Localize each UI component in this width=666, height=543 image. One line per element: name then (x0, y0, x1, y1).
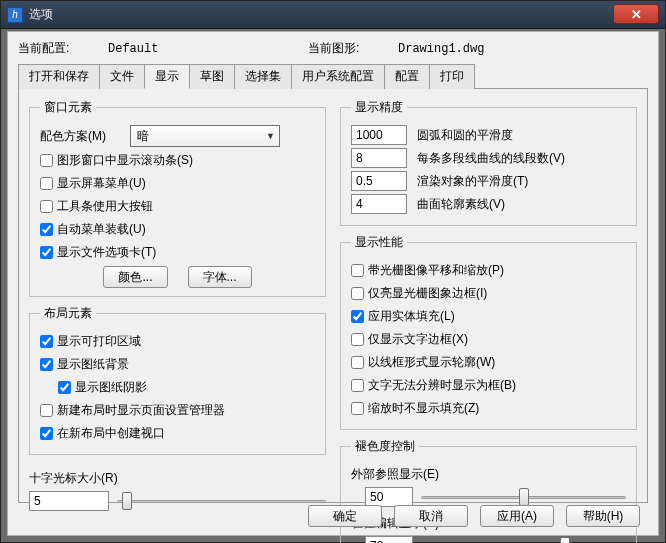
tab-drafting[interactable]: 草图 (189, 64, 235, 89)
color-scheme-value: 暗 (137, 128, 149, 145)
slider-track (117, 500, 326, 503)
group-fade-control: 褪色度控制 外部参照显示(E) 在位编辑显示(Y) (340, 438, 637, 543)
lbl-print-area: 显示可打印区域 (57, 333, 141, 350)
ok-button[interactable]: 确定 (308, 505, 382, 527)
render-smooth-label: 渲染对象的平滑度(T) (417, 173, 626, 190)
tab-files[interactable]: 文件 (99, 64, 145, 89)
chk-highlight-frame[interactable] (351, 287, 364, 300)
client-area: 当前配置: Default 当前图形: Drawing1.dwg 打开和保存 文… (7, 31, 659, 536)
left-column: 窗口元素 配色方案(M) 暗 ▼ 图形窗口中显示滚动条(S) 显示屏幕菜单(U)… (29, 99, 326, 494)
chk-viewport[interactable] (40, 427, 53, 440)
lbl-big-buttons: 工具条使用大按钮 (57, 198, 153, 215)
titlebar: h 选项 ✕ (1, 1, 665, 29)
xref-fade-slider[interactable] (421, 488, 626, 506)
crosshair-label: 十字光标大小(R) (29, 468, 326, 488)
lbl-scrollbars: 图形窗口中显示滚动条(S) (57, 152, 193, 169)
chk-file-tabs[interactable] (40, 246, 53, 259)
group-display-performance: 显示性能 带光栅图像平移和缩放(P) 仅亮显光栅图象边框(I) 应用实体填充(L… (340, 234, 637, 430)
lbl-zoom-no-fill: 缩放时不显示填充(Z) (368, 400, 479, 417)
slider-thumb[interactable] (560, 537, 570, 543)
lbl-wire-silh: 以线框形式显示轮廓(W) (368, 354, 495, 371)
group-layout-legend: 布局元素 (40, 305, 96, 322)
chk-big-buttons[interactable] (40, 200, 53, 213)
lbl-auto-menu: 自动菜单装载(U) (57, 221, 146, 238)
chk-scrollbars[interactable] (40, 154, 53, 167)
lbl-text-frame: 仅显示文字边框(X) (368, 331, 468, 348)
dialog-buttons: 确定 取消 应用(A) 帮助(H) (8, 505, 658, 527)
chk-text-frame[interactable] (351, 333, 364, 346)
tab-user-pref[interactable]: 用户系统配置 (291, 64, 385, 89)
lbl-page-setup: 新建布局时显示页面设置管理器 (57, 402, 225, 419)
chk-text-box[interactable] (351, 379, 364, 392)
group-fade-legend: 褪色度控制 (351, 438, 419, 455)
group-window-legend: 窗口元素 (40, 99, 96, 116)
lbl-paper-bg: 显示图纸背景 (57, 356, 129, 373)
slider-thumb[interactable] (519, 488, 529, 506)
chk-solid-fill[interactable] (351, 310, 364, 323)
pline-seg-input[interactable] (351, 148, 407, 168)
color-scheme-combo[interactable]: 暗 ▼ (130, 125, 280, 147)
color-scheme-label: 配色方案(M) (40, 128, 130, 145)
chk-auto-menu[interactable] (40, 223, 53, 236)
chk-raster-pan[interactable] (351, 264, 364, 277)
current-config-label: 当前配置: (18, 40, 108, 57)
lbl-solid-fill: 应用实体填充(L) (368, 308, 455, 325)
chk-paper-bg[interactable] (40, 358, 53, 371)
chk-page-setup[interactable] (40, 404, 53, 417)
options-window: h 选项 ✕ 当前配置: Default 当前图形: Drawing1.dwg … (0, 0, 666, 543)
group-perf-legend: 显示性能 (351, 234, 407, 251)
chevron-down-icon: ▼ (266, 131, 275, 141)
tab-plot[interactable]: 打印 (429, 64, 475, 89)
lbl-screen-menu: 显示屏幕菜单(U) (57, 175, 146, 192)
fonts-button[interactable]: 字体... (188, 266, 252, 288)
lbl-highlight-frame: 仅亮显光栅图象边框(I) (368, 285, 487, 302)
right-column: 显示精度 圆弧和圆的平滑度 每条多段线曲线的线段数(V) 渲染对象的平滑度(T)… (340, 99, 637, 494)
window-title: 选项 (29, 6, 665, 23)
xref-fade-input[interactable] (365, 487, 413, 507)
chk-paper-shadow[interactable] (58, 381, 71, 394)
chk-print-area[interactable] (40, 335, 53, 348)
tab-profiles[interactable]: 配置 (384, 64, 430, 89)
surface-lines-label: 曲面轮廓素线(V) (417, 196, 626, 213)
arc-smooth-label: 圆弧和圆的平滑度 (417, 127, 626, 144)
tab-open-save[interactable]: 打开和保存 (18, 64, 100, 89)
lbl-raster-pan: 带光栅图像平移和缩放(P) (368, 262, 504, 279)
tab-panel-display: 窗口元素 配色方案(M) 暗 ▼ 图形窗口中显示滚动条(S) 显示屏幕菜单(U)… (18, 89, 648, 503)
colors-button[interactable]: 颜色... (103, 266, 167, 288)
tab-display[interactable]: 显示 (144, 64, 190, 89)
header-row: 当前配置: Default 当前图形: Drawing1.dwg (18, 40, 648, 57)
lbl-paper-shadow: 显示图纸阴影 (75, 379, 147, 396)
cancel-button[interactable]: 取消 (394, 505, 468, 527)
current-config-value: Default (108, 42, 308, 56)
render-smooth-input[interactable] (351, 171, 407, 191)
pline-seg-label: 每条多段线曲线的线段数(V) (417, 150, 626, 167)
surface-lines-input[interactable] (351, 194, 407, 214)
lbl-file-tabs: 显示文件选项卡(T) (57, 244, 156, 261)
group-window-elements: 窗口元素 配色方案(M) 暗 ▼ 图形窗口中显示滚动条(S) 显示屏幕菜单(U)… (29, 99, 326, 297)
help-button[interactable]: 帮助(H) (566, 505, 640, 527)
group-display-precision: 显示精度 圆弧和圆的平滑度 每条多段线曲线的线段数(V) 渲染对象的平滑度(T)… (340, 99, 637, 226)
current-drawing-value: Drawing1.dwg (398, 42, 648, 56)
group-layout-elements: 布局元素 显示可打印区域 显示图纸背景 显示图纸阴影 新建布局时显示页面设置管理… (29, 305, 326, 455)
lbl-viewport: 在新布局中创建视口 (57, 425, 165, 442)
group-precision-legend: 显示精度 (351, 99, 407, 116)
chk-wire-silh[interactable] (351, 356, 364, 369)
current-drawing-label: 当前图形: (308, 40, 398, 57)
chk-screen-menu[interactable] (40, 177, 53, 190)
inplace-fade-input[interactable] (365, 536, 413, 543)
tab-bar: 打开和保存 文件 显示 草图 选择集 用户系统配置 配置 打印 (18, 63, 648, 89)
close-button[interactable]: ✕ (613, 4, 659, 24)
xref-fade-label: 外部参照显示(E) (351, 464, 626, 484)
lbl-text-box: 文字无法分辨时显示为框(B) (368, 377, 516, 394)
app-icon: h (7, 7, 23, 23)
apply-button[interactable]: 应用(A) (480, 505, 554, 527)
tab-selection[interactable]: 选择集 (234, 64, 292, 89)
chk-zoom-no-fill[interactable] (351, 402, 364, 415)
close-icon: ✕ (631, 7, 642, 22)
inplace-fade-slider[interactable] (421, 537, 626, 543)
arc-smooth-input[interactable] (351, 125, 407, 145)
